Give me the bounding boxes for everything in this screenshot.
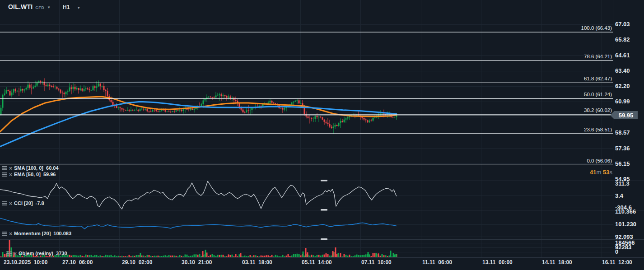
candle-body bbox=[284, 108, 285, 110]
volume-bar bbox=[96, 255, 98, 257]
candle-countdown-timer: 41m 53s bbox=[590, 169, 612, 176]
price-axis-tick: 60.99 bbox=[615, 98, 630, 105]
candle-body bbox=[205, 99, 206, 100]
volume-bar bbox=[127, 256, 128, 257]
volume-bar bbox=[163, 256, 164, 257]
indicator-settings-icon[interactable] bbox=[6, 251, 12, 256]
volume-bar bbox=[246, 256, 247, 257]
volume-bar bbox=[208, 256, 210, 257]
volume-bar bbox=[396, 254, 397, 257]
candle-body bbox=[362, 117, 363, 118]
volume-bar bbox=[387, 256, 388, 257]
candle-body bbox=[47, 84, 49, 86]
volume-bar bbox=[335, 247, 336, 257]
indicator-value: 60.04 bbox=[46, 165, 59, 171]
indicator-settings-icon[interactable] bbox=[2, 172, 7, 177]
volume-bar bbox=[105, 255, 107, 257]
candle-body bbox=[165, 110, 166, 112]
symbol-selector[interactable]: OIL.WTI CFD ▼ bbox=[8, 3, 51, 10]
volume-bar bbox=[364, 255, 365, 257]
volume-bar bbox=[158, 256, 159, 257]
indicator-remove-icon[interactable]: × bbox=[9, 166, 12, 171]
candle-body bbox=[60, 89, 61, 93]
volume-bar bbox=[167, 256, 168, 257]
volume-bar bbox=[389, 256, 390, 257]
fib-level-label: 50.0 (61.24) bbox=[584, 91, 612, 98]
volume-bar bbox=[349, 255, 350, 257]
candle-body bbox=[94, 86, 96, 88]
volume-bar bbox=[255, 255, 257, 257]
candle-body bbox=[244, 112, 246, 113]
candle-body bbox=[116, 106, 117, 108]
volume-bar bbox=[116, 256, 117, 257]
panel-resize-handle[interactable] bbox=[321, 180, 327, 182]
volume-bar bbox=[143, 256, 145, 257]
price-axis-tick: 58.57 bbox=[615, 129, 630, 136]
candle-body bbox=[112, 102, 114, 105]
candle-body bbox=[100, 84, 101, 86]
indicator-settings-icon[interactable] bbox=[2, 201, 7, 205]
volume-bar bbox=[120, 256, 121, 257]
candle-body bbox=[329, 124, 331, 126]
candle-body bbox=[394, 117, 396, 117]
candle-body bbox=[167, 112, 168, 112]
candle-body bbox=[223, 95, 224, 96]
volume-bar bbox=[304, 256, 305, 257]
chart-canvas[interactable] bbox=[0, 0, 644, 270]
panel-resize-handle[interactable] bbox=[321, 238, 327, 240]
candle-body bbox=[150, 112, 152, 112]
momentum-line bbox=[0, 218, 397, 229]
price-axis-tick: 56.15 bbox=[615, 160, 630, 168]
candle-body bbox=[76, 88, 78, 89]
volume-bar bbox=[356, 255, 358, 257]
candle-body bbox=[217, 95, 219, 96]
candle-body bbox=[132, 110, 134, 111]
candle-body bbox=[331, 127, 332, 128]
indicator-remove-icon[interactable]: × bbox=[9, 231, 12, 237]
candle-body bbox=[345, 118, 347, 119]
indicator-remove-icon[interactable]: × bbox=[9, 201, 12, 206]
volume-bar bbox=[140, 253, 141, 257]
candle-body bbox=[38, 81, 40, 83]
indicator-settings-icon[interactable] bbox=[2, 166, 7, 170]
volume-bar bbox=[365, 254, 367, 257]
legend-row-sma: × SMA [100, 0] 60.04 bbox=[2, 165, 59, 171]
volume-bar bbox=[100, 256, 101, 257]
volume-bar bbox=[390, 251, 392, 257]
panel-resize-handle[interactable] bbox=[321, 209, 327, 211]
candle-body bbox=[138, 110, 139, 111]
timeframe-selector[interactable]: H1 ▼ bbox=[63, 4, 80, 10]
volume-bar bbox=[237, 256, 238, 257]
volume-bar bbox=[360, 255, 361, 257]
chart-topbar: OIL.WTI CFD ▼ H1 ▼ bbox=[0, 0, 644, 14]
candle-body bbox=[235, 100, 237, 101]
candle-body bbox=[212, 97, 213, 98]
volume-bar bbox=[297, 254, 298, 257]
candle-body bbox=[28, 84, 29, 88]
indicator-remove-icon[interactable]: × bbox=[9, 172, 12, 177]
volume-bar bbox=[235, 254, 237, 257]
indicator-remove-icon[interactable]: × bbox=[14, 251, 17, 256]
volume-bar bbox=[252, 256, 253, 257]
volume-bar bbox=[161, 256, 163, 257]
candle-body bbox=[226, 96, 228, 98]
volume-bar bbox=[103, 256, 105, 257]
volume-bar bbox=[172, 256, 173, 257]
volume-bar bbox=[93, 256, 94, 257]
candle-body bbox=[0, 108, 2, 115]
volume-bar bbox=[293, 254, 294, 257]
volume-bar bbox=[271, 255, 273, 257]
candle-body bbox=[19, 91, 20, 91]
momentum-axis-tick: 101.230 bbox=[615, 221, 636, 228]
volume-bar bbox=[315, 256, 316, 257]
indicator-settings-icon[interactable] bbox=[2, 232, 7, 236]
time-axis-label: 13.11 00:00 bbox=[482, 259, 513, 265]
volume-bar bbox=[351, 256, 352, 257]
volume-bar bbox=[109, 256, 110, 257]
candle-body bbox=[15, 89, 16, 91]
candle-body bbox=[295, 101, 296, 102]
candle-body bbox=[62, 93, 63, 93]
candle-body bbox=[93, 86, 94, 90]
candle-body bbox=[152, 110, 154, 112]
volume-bar bbox=[250, 255, 251, 257]
